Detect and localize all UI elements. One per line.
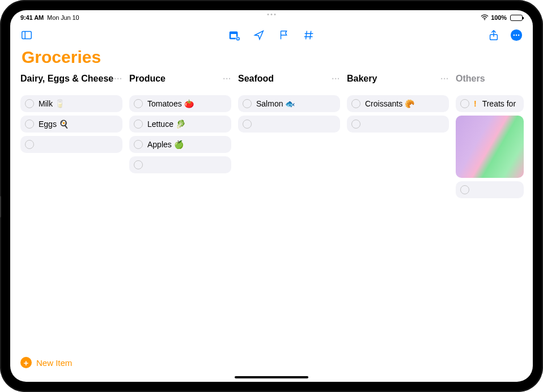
items-list: !Treats for [456,95,524,198]
battery-percent: 100% [491,14,507,21]
items-list: Tomatoes 🍅Lettuce 🥬Apples 🍏 [129,95,231,173]
svg-point-14 [518,35,520,36]
calendar-button[interactable] [228,29,240,41]
items-list: Milk 🥛Eggs 🍳 [20,95,122,153]
complete-checkbox[interactable] [351,99,360,108]
column-title: Seafood [238,74,274,84]
wifi-icon [481,14,489,22]
svg-line-6 [306,31,307,40]
svg-line-7 [310,31,311,40]
reminder-item[interactable]: Salmon 🐟 [238,95,340,112]
reminder-label: Apples 🍏 [147,140,184,149]
status-date: Mon Jun 10 [47,14,79,21]
complete-checkbox[interactable] [134,99,143,108]
column: Dairy, Eggs & Cheese···Milk 🥛Eggs 🍳 [20,74,122,198]
column-more-button[interactable]: ··· [440,74,449,83]
column-header: Others [456,74,524,93]
new-reminder-row[interactable] [238,116,340,133]
sidebar-toggle-button[interactable] [20,29,33,41]
new-reminder-row[interactable] [456,181,524,198]
reminder-label: Lettuce 🥬 [147,120,185,129]
column-title: Bakery [347,74,377,84]
complete-checkbox[interactable] [134,140,143,149]
svg-rect-1 [22,32,32,39]
complete-checkbox[interactable] [460,185,469,194]
column-more-button[interactable]: ··· [332,74,340,83]
column-title: Dairy, Eggs & Cheese [20,74,113,84]
reminder-item[interactable]: Croissants 🥐 [347,95,449,112]
column-header: Dairy, Eggs & Cheese··· [20,74,122,93]
screen: 9:41 AM Mon Jun 10 100% [10,10,533,382]
column-header: Produce··· [129,74,231,93]
column: Bakery···Croissants 🥐 [347,74,449,198]
complete-checkbox[interactable] [25,99,34,108]
reminder-item[interactable]: Lettuce 🥬 [129,116,231,133]
location-button[interactable] [253,29,265,41]
complete-checkbox[interactable] [243,120,252,129]
column-title: Produce [129,74,166,84]
columns-container: Dairy, Eggs & Cheese···Milk 🥛Eggs 🍳Produ… [20,74,533,198]
reminder-label: Treats for [482,99,516,108]
tag-button[interactable] [303,29,315,41]
column-more-button[interactable]: ··· [114,74,122,83]
complete-checkbox[interactable] [25,140,34,149]
complete-checkbox[interactable] [460,99,469,108]
new-item-label: New Item [36,358,72,368]
column-title: Others [456,74,485,84]
column-header: Seafood··· [238,74,340,93]
status-time: 9:41 AM [20,14,44,21]
new-item-button[interactable]: + New Item [20,357,72,368]
side-button [0,196,1,218]
reminder-label: Salmon 🐟 [256,99,295,108]
reminder-label: Eggs 🍳 [39,120,69,129]
column-header: Bakery··· [347,74,449,93]
reminder-label: Croissants 🥐 [365,99,414,108]
reminder-item[interactable]: Apples 🍏 [129,136,231,153]
toolbar [10,23,533,48]
complete-checkbox[interactable] [351,120,360,129]
plus-icon: + [20,357,32,368]
items-list: Salmon 🐟 [238,95,340,133]
battery-icon [510,15,523,21]
attachment-image [456,116,524,178]
svg-point-12 [514,35,515,36]
svg-point-0 [484,19,485,20]
new-reminder-row[interactable] [20,136,122,153]
reminder-item[interactable]: Milk 🥛 [20,95,122,112]
more-button[interactable] [510,29,523,41]
column: Seafood···Salmon 🐟 [238,74,340,198]
reminder-label: Milk 🥛 [39,99,65,108]
share-button[interactable] [487,29,500,41]
home-indicator[interactable] [235,376,308,378]
column-more-button[interactable]: ··· [223,74,231,83]
priority-indicator: ! [474,99,477,108]
items-list: Croissants 🥐 [347,95,449,133]
reminder-label: Tomatoes 🍅 [147,99,194,108]
flag-button[interactable] [278,29,290,41]
complete-checkbox[interactable] [134,120,143,129]
complete-checkbox[interactable] [25,120,34,129]
reminder-item[interactable]: !Treats for [456,95,524,112]
svg-point-13 [516,35,517,36]
column: Produce···Tomatoes 🍅Lettuce 🥬Apples 🍏 [129,74,231,198]
complete-checkbox[interactable] [134,160,143,169]
new-reminder-row[interactable] [347,116,449,133]
column: Others!Treats for [456,74,524,198]
multitask-dots[interactable] [268,14,276,15]
list-title: Groceries [20,48,533,67]
reminder-item[interactable] [456,116,524,178]
complete-checkbox[interactable] [243,99,252,108]
content-area: Groceries Dairy, Eggs & Cheese···Milk 🥛E… [10,48,533,364]
status-bar: 9:41 AM Mon Jun 10 100% [10,10,533,23]
reminder-item[interactable]: Tomatoes 🍅 [129,95,231,112]
reminder-item[interactable]: Eggs 🍳 [20,116,122,133]
new-reminder-row[interactable] [129,156,231,173]
svg-rect-4 [231,33,237,38]
ipad-frame: 9:41 AM Mon Jun 10 100% [0,0,543,392]
